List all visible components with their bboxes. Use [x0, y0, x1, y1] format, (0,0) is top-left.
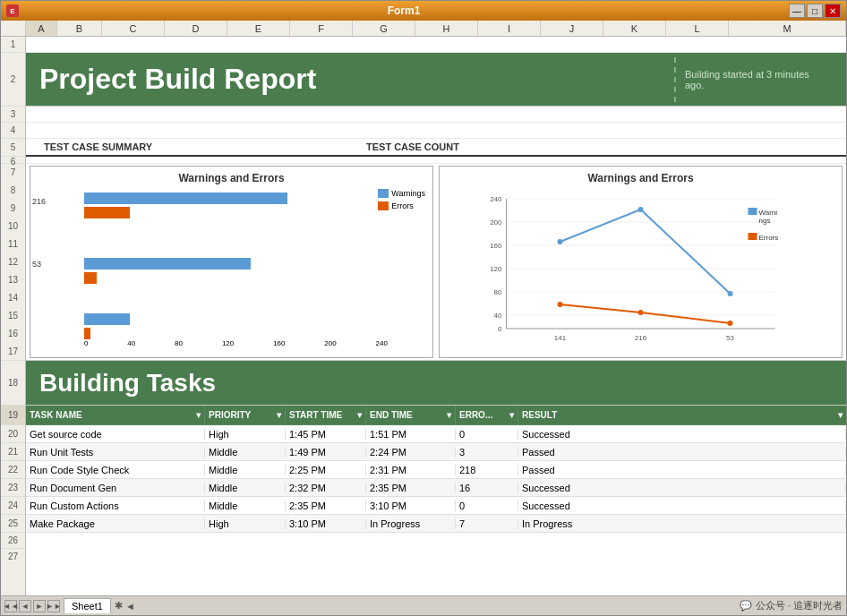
- table-row: Make PackageHigh3:10 PMIn Progress7In Pr…: [26, 515, 846, 533]
- th-start-time: START TIME ▾: [286, 406, 366, 424]
- bar-chart-title: Warnings and Errors: [30, 172, 432, 184]
- row-num-5: 5: [1, 139, 25, 157]
- line-chart-title: Warnings and Errors: [440, 172, 842, 184]
- th-errors-label: ERRO...: [459, 410, 492, 420]
- col-header-c: C: [102, 21, 165, 36]
- sheet-last-button[interactable]: ►►: [47, 600, 60, 612]
- svg-text:141: 141: [554, 334, 567, 342]
- sheet-first-button[interactable]: ◄◄: [4, 600, 17, 612]
- table-cell: High: [205, 429, 286, 440]
- svg-text:40: 40: [494, 312, 502, 320]
- bar-warnings-1: [84, 192, 287, 204]
- watermark-icon: 💬: [740, 600, 752, 612]
- row-num-6: 6: [1, 157, 25, 164]
- th-errors: ERRO... ▾: [456, 406, 518, 424]
- table-header-row: TASK NAME ▾ PRIORITY ▾ START TIME ▾ END …: [26, 406, 846, 425]
- table-cell: 16: [456, 483, 518, 493]
- charts-row: Warnings and Errors 216 53: [26, 164, 846, 361]
- th-result-dropdown-icon[interactable]: ▾: [838, 410, 843, 420]
- star-icon: ✱: [115, 600, 123, 612]
- row-1: [26, 37, 846, 53]
- row-num-24: 24: [1, 497, 25, 515]
- th-priority-dropdown-icon[interactable]: ▾: [277, 410, 281, 420]
- svg-point-19: [558, 239, 563, 244]
- table-cell: Passed: [518, 447, 846, 458]
- table-cell: Successed: [518, 483, 846, 493]
- row-nums-chart: 7891011121314151617: [1, 164, 25, 361]
- table-row: Run Unit TestsMiddle1:49 PM2:24 PM3Passe…: [26, 443, 846, 461]
- bar-group-3: [84, 313, 388, 339]
- table-cell: Make Package: [26, 518, 205, 529]
- table-cell: 2:35 PM: [366, 483, 456, 493]
- bar-label-216: 216: [32, 197, 46, 206]
- table-cell: In Progress: [366, 518, 456, 529]
- line-chart-panel: Warnings and Errors: [439, 166, 843, 358]
- svg-text:0: 0: [498, 325, 502, 333]
- table-cell: 218: [456, 465, 518, 475]
- th-start-dropdown-icon[interactable]: ▾: [357, 410, 362, 420]
- table-cell: 2:35 PM: [286, 500, 366, 511]
- th-end-dropdown-icon[interactable]: ▾: [447, 410, 451, 420]
- svg-text:200: 200: [490, 218, 502, 227]
- bar-errors-2: [84, 272, 97, 284]
- table-cell: 3:10 PM: [286, 518, 366, 529]
- svg-text:80: 80: [494, 288, 502, 296]
- svg-text:Warni: Warni: [759, 209, 778, 217]
- building-tasks-title: Building Tasks: [39, 369, 216, 398]
- row-num-22: 22: [1, 461, 25, 479]
- col-header-m: M: [729, 21, 846, 36]
- sheet-status-icons: ✱ ◄: [115, 600, 135, 612]
- sheet-tab[interactable]: Sheet1: [64, 598, 111, 613]
- bar-chart-legend: Warnings Errors: [378, 189, 425, 210]
- table-cell: Successed: [518, 500, 846, 511]
- bar-group-2: [84, 258, 388, 284]
- table-cell: 1:51 PM: [366, 429, 456, 440]
- bar-warnings-2: [84, 258, 251, 270]
- table-cell: 2:32 PM: [286, 483, 366, 493]
- window: E Form1 — □ ✕ A B C D E F G H I J K L M: [0, 0, 847, 616]
- table-cell: 3: [456, 447, 518, 458]
- th-end-time: END TIME ▾: [366, 406, 456, 424]
- th-errors-dropdown-icon[interactable]: ▾: [509, 410, 514, 420]
- svg-point-22: [558, 302, 563, 307]
- row-num-25: 25: [1, 515, 25, 533]
- svg-rect-28: [749, 233, 757, 240]
- table-cell: In Progress: [518, 518, 846, 529]
- svg-text:Errors: Errors: [759, 234, 779, 242]
- legend-warnings: Warnings: [378, 189, 425, 198]
- th-priority: PRIORITY ▾: [205, 406, 286, 424]
- column-headers: A B C D E F G H I J K L M: [1, 21, 846, 37]
- th-end-label: END TIME: [370, 410, 413, 420]
- table-cell: Run Unit Tests: [26, 447, 205, 458]
- window-title: Form1: [19, 4, 789, 17]
- col-header-f: F: [290, 21, 353, 36]
- sheet-next-button[interactable]: ►: [33, 600, 46, 612]
- col-header-i: I: [478, 21, 541, 36]
- title-bar-left: E: [6, 4, 19, 17]
- minimize-button[interactable]: —: [789, 4, 805, 18]
- col-header-g: G: [353, 21, 415, 36]
- project-build-title: Project Build Report: [26, 63, 316, 96]
- app-icon: E: [6, 4, 19, 17]
- svg-point-23: [638, 310, 644, 315]
- spreadsheet-body: 1 2 3 4 5 6 7891011121314151617 18 19 20…: [1, 37, 846, 595]
- close-button[interactable]: ✕: [825, 4, 841, 18]
- col-header-b: B: [57, 21, 102, 36]
- col-header-e: E: [227, 21, 290, 36]
- row-num-2: 2: [1, 53, 25, 107]
- th-task-dropdown-icon[interactable]: ▾: [196, 410, 201, 420]
- svg-point-20: [638, 207, 644, 212]
- col-header-h: H: [415, 21, 478, 36]
- bottom-bar: ◄◄ ◄ ► ►► Sheet1 ✱ ◄ 💬 公众号 · 追逐时光者: [1, 595, 846, 615]
- col-header-j: J: [541, 21, 603, 36]
- building-tasks-banner: Building Tasks: [26, 361, 846, 406]
- maximize-button[interactable]: □: [807, 4, 823, 18]
- legend-errors-color: [378, 201, 389, 210]
- table-row: Run Code Style CheckMiddle2:25 PM2:31 PM…: [26, 461, 846, 479]
- svg-text:240: 240: [490, 195, 502, 203]
- col-header-l: L: [666, 21, 729, 36]
- col-header-k: K: [603, 21, 666, 36]
- sheet-prev-button[interactable]: ◄: [19, 600, 31, 612]
- legend-errors-label: Errors: [391, 201, 414, 210]
- bar-group-1: [84, 192, 388, 218]
